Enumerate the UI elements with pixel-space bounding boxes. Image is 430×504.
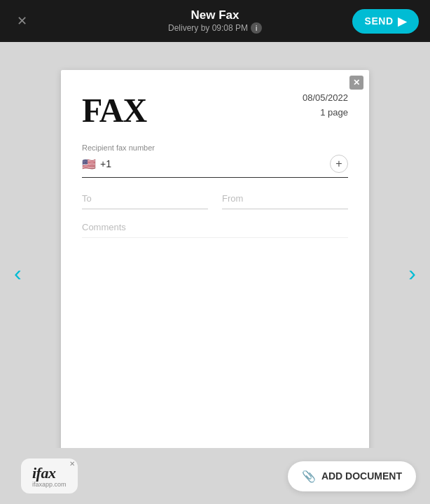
next-page-button[interactable]: ›	[401, 253, 423, 293]
comments-field[interactable]: Comments	[82, 220, 348, 238]
app-header: ✕ New Fax Delivery by 09:08 PM i SEND ▶	[0, 0, 430, 42]
add-document-label: ADD DOCUMENT	[321, 470, 402, 482]
fax-close-icon: ✕	[353, 78, 360, 88]
paperclip-icon: 📎	[302, 470, 316, 483]
phone-code: +1	[100, 158, 111, 169]
from-label: From	[222, 193, 243, 204]
prev-page-button[interactable]: ‹	[7, 253, 29, 293]
fax-document-close-button[interactable]: ✕	[349, 76, 363, 90]
header-center: New Fax Delivery by 09:08 PM i	[168, 8, 262, 34]
ifax-subtitle: ifaxapp.com	[32, 481, 67, 488]
ifax-badge: ifax ifaxapp.com ✕	[21, 458, 78, 493]
add-document-button[interactable]: 📎 ADD DOCUMENT	[288, 461, 416, 491]
to-field[interactable]: To	[82, 192, 208, 209]
add-recipient-button[interactable]: +	[330, 155, 348, 173]
ifax-badge-close-icon[interactable]: ✕	[69, 460, 75, 468]
left-arrow-icon: ‹	[14, 260, 22, 286]
fax-header-row: FAX 08/05/2022 1 page	[82, 91, 348, 130]
info-icon[interactable]: i	[251, 22, 262, 34]
fax-date-info: 08/05/2022 1 page	[303, 91, 348, 120]
delivery-subtitle: Delivery by 09:08 PM i	[168, 22, 262, 34]
close-button[interactable]: ✕	[11, 10, 32, 31]
fax-date: 08/05/2022	[303, 91, 348, 106]
fax-document: ✕ FAX 08/05/2022 1 page Recipient fax nu…	[61, 70, 369, 476]
close-icon: ✕	[17, 13, 27, 29]
ifax-name: ifax	[32, 464, 55, 482]
from-field[interactable]: From	[222, 192, 348, 209]
right-arrow-icon: ›	[408, 260, 416, 286]
send-arrow-icon: ▶	[398, 15, 407, 28]
phone-input-display[interactable]: 🇺🇸 +1	[82, 158, 111, 171]
comments-label: Comments	[82, 222, 126, 232]
ifax-logo-area: ifax ifaxapp.com	[32, 464, 67, 488]
bottom-bar: ifax ifaxapp.com ✕ 📎 ADD DOCUMENT	[0, 448, 430, 504]
fax-pages: 1 page	[303, 106, 348, 120]
send-button[interactable]: SEND ▶	[352, 9, 419, 34]
send-label: SEND	[365, 15, 394, 27]
to-from-row: To From	[82, 192, 348, 209]
recipient-label: Recipient fax number	[82, 144, 348, 152]
page-title: New Fax	[168, 8, 262, 22]
ifax-logo-text: ifax	[32, 464, 67, 482]
fax-logo: FAX	[82, 91, 146, 130]
main-content: ‹ ✕ FAX 08/05/2022 1 page Recipient fax …	[0, 42, 430, 504]
country-flag-icon: 🇺🇸	[82, 158, 96, 171]
fax-phone-row: 🇺🇸 +1 +	[82, 155, 348, 178]
delivery-text: Delivery by 09:08 PM	[168, 23, 248, 33]
to-label: To	[82, 193, 92, 204]
